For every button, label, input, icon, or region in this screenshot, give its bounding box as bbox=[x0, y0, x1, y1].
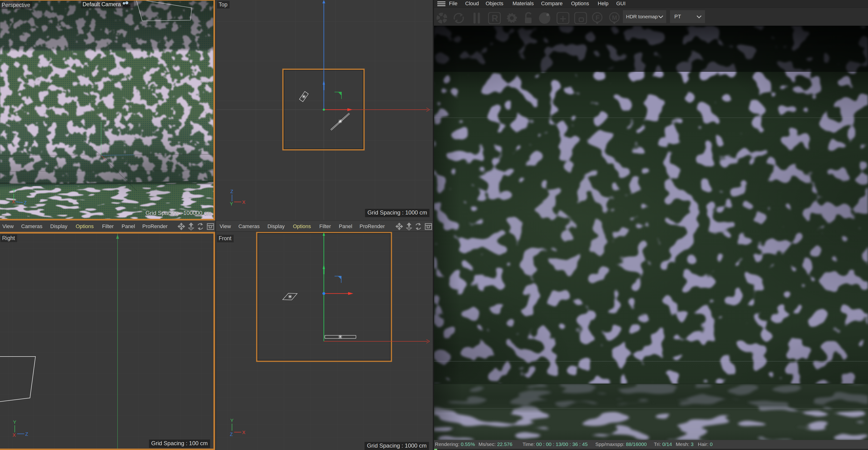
svg-text:M: M bbox=[612, 14, 617, 21]
svg-text:Y: Y bbox=[230, 201, 233, 206]
svg-text:X: X bbox=[242, 199, 245, 205]
svg-text:F: F bbox=[595, 14, 599, 22]
svg-text:Z: Z bbox=[230, 432, 233, 437]
svg-text:Z: Z bbox=[24, 200, 27, 205]
svg-text:Y: Y bbox=[13, 420, 16, 425]
svg-text:R: R bbox=[492, 13, 498, 23]
svg-text:Z: Z bbox=[230, 189, 233, 194]
svg-text:X: X bbox=[12, 199, 15, 204]
svg-text:X: X bbox=[12, 432, 16, 438]
svg-text:Y: Y bbox=[12, 188, 16, 193]
svg-text:Z: Z bbox=[25, 431, 28, 437]
svg-text:X: X bbox=[242, 430, 245, 435]
svg-text:Y: Y bbox=[230, 418, 234, 423]
